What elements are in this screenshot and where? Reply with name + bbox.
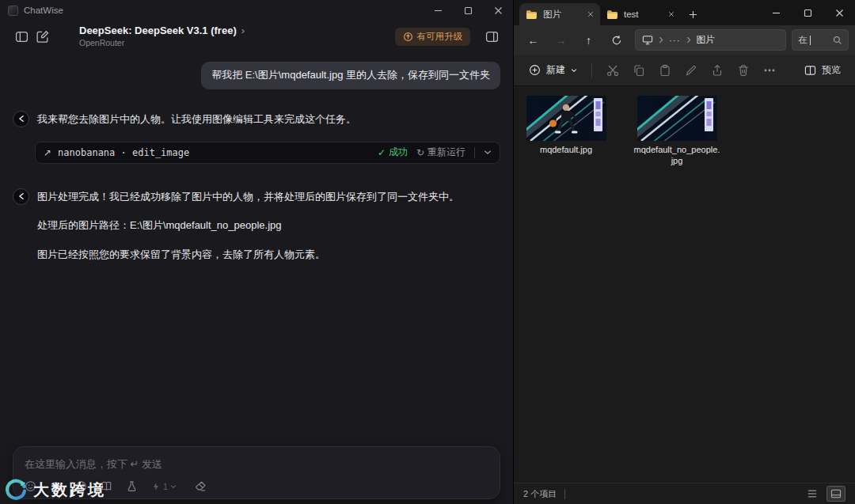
copy-icon [633,64,645,77]
rerun-label: 重新运行 [428,146,466,159]
search-icon [833,36,842,45]
model-count: 1 [163,482,168,491]
tool-status-label: 成功 [389,146,408,159]
details-view-button[interactable] [803,486,822,502]
cut-button[interactable] [599,59,625,82]
explorer-statusbar: 2 个项目 [514,483,855,504]
upgrade-label: 有可用升级 [417,31,463,43]
user-message: 帮我把 E:\图片\mqdefault.jpg 里的人去除，保存到同一文件夹 [201,62,500,89]
window-chatwise: ChatWise DeepSee [0,0,513,504]
maximize-button[interactable] [792,0,823,25]
more-icon [764,69,775,72]
paste-button[interactable] [652,59,678,82]
up-icon: ↑ [586,34,591,47]
new-tab-button[interactable] [681,3,705,25]
chatwise-header: DeepSeek: DeepSeek V3.1 (free) › OpenRou… [0,21,513,52]
tab-close-button[interactable] [668,11,674,17]
message-input[interactable] [25,458,488,470]
assistant-paragraph: 处理后的图片路径：E:\图片\mqdefault_no_people.jpg [37,218,459,233]
clear-context-button[interactable] [195,480,207,492]
assistant-avatar [13,111,29,127]
search-box[interactable]: 在 [792,29,849,51]
flask-icon[interactable] [126,480,138,492]
chevron-down-icon[interactable] [484,150,492,155]
new-button-label: 新建 [546,63,565,77]
preview-label: 预览 [822,63,841,77]
file-thumbnail [526,96,606,141]
chatwise-window-controls [423,0,513,21]
explorer-toolbar: 新建 [514,55,855,86]
maximize-button[interactable] [453,0,483,21]
chatwise-app-icon [8,6,18,16]
check-icon: ✓ [378,147,386,158]
preview-panel-icon [804,65,816,76]
close-button[interactable] [483,0,513,21]
model-name: DeepSeek: DeepSeek V3.1 (free) [79,25,237,37]
model-selector[interactable]: DeepSeek: DeepSeek V3.1 (free) › OpenRou… [79,25,245,47]
more-options-button[interactable] [756,59,782,82]
breadcrumb-current[interactable]: 图片 [697,34,715,46]
explorer-navbar: ← → ↑ ··· 图片 在 [514,25,855,55]
back-button[interactable]: ← [520,28,546,51]
items-count: 2 个项目 [523,488,557,500]
delete-button[interactable] [730,59,756,82]
screen: ChatWise DeepSee [0,0,855,504]
app-title: ChatWise [24,6,63,15]
refresh-icon [611,35,622,46]
preview-button[interactable]: 预览 [798,59,847,81]
file-item-mqdefault[interactable]: mqdefault.jpg [520,93,612,159]
new-button[interactable]: 新建 [522,59,584,81]
close-button[interactable] [823,0,855,25]
new-chat-button[interactable] [32,26,52,47]
rerun-button[interactable]: ↻ 重新运行 [416,146,466,159]
folder-icon [606,9,618,20]
share-button[interactable] [704,59,730,82]
upgrade-available-badge[interactable]: 有可用升级 [395,28,471,46]
right-panel-toggle-button[interactable] [481,26,502,47]
divider [591,63,592,78]
watermark-text: 大数跨境 [33,479,106,501]
chevron-right-icon [686,36,691,44]
forward-button[interactable]: → [548,28,574,51]
window-explorer: 图片 test [513,0,855,504]
folder-icon [526,9,538,20]
model-count-selector[interactable]: 1 [151,482,177,491]
assistant-message-2: 图片处理完成！我已经成功移除了图片中的人物，并将处理后的图片保存到了同一文件夹中… [37,188,459,263]
explorer-tabbar: 图片 test [514,0,855,25]
thumbnail-view-button[interactable] [826,486,846,502]
sidebar-toggle-button[interactable] [11,26,32,47]
up-button[interactable]: ↑ [576,28,602,51]
details-view-icon [807,489,818,498]
refresh-button[interactable] [603,28,629,51]
address-bar[interactable]: ··· 图片 [635,29,786,51]
tool-call-bar[interactable]: ↗ nanobanana · edit_image ✓ 成功 ↻ 重新运行 [35,142,500,164]
watermark-logo-icon [4,478,28,502]
tool-status-badge: ✓ 成功 [378,146,408,159]
eraser-icon [195,480,207,492]
thumbnail-view-icon [830,489,842,498]
trash-icon [737,64,750,77]
tab-close-button[interactable] [587,11,594,17]
forward-icon: → [556,34,567,47]
breadcrumb-ellipsis[interactable]: ··· [669,36,681,45]
file-thumbnail [637,96,717,141]
file-item-mqdefault-no-people[interactable]: mqdefault_no_people.jpg [631,93,723,170]
copy-button[interactable] [625,59,652,82]
minimize-button[interactable] [423,0,453,21]
chatwise-logo-icon [17,114,26,123]
zap-icon [151,482,161,491]
file-list: mqdefault.jpg [514,86,855,483]
back-icon: ← [528,34,539,47]
explorer-window-controls [760,0,855,25]
tool-call-name: nanobanana · edit_image [58,147,189,158]
chevron-right-icon [659,36,663,44]
assistant-paragraph: 图片处理完成！我已经成功移除了图片中的人物，并将处理后的图片保存到了同一文件夹中… [37,189,459,205]
tab-test[interactable]: test [600,3,681,25]
tab-label: test [624,9,663,19]
tab-pictures[interactable]: 图片 [519,3,600,25]
minimize-button[interactable] [760,0,792,25]
rename-icon [685,64,697,77]
chevron-right-icon: › [241,25,245,37]
chatwise-logo-icon [17,191,26,201]
rename-button[interactable] [678,59,704,82]
